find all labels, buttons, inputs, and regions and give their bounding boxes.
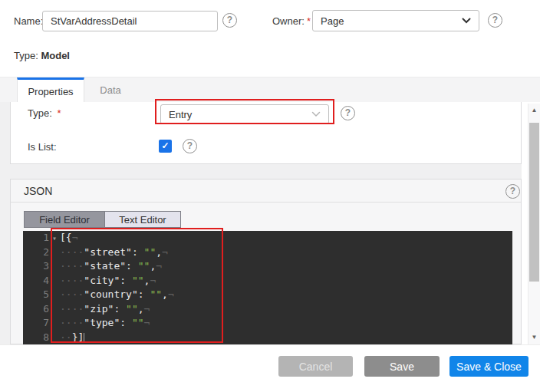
type-select[interactable]: Entry xyxy=(160,104,329,124)
code-line: 3····"state": "",¬ xyxy=(23,259,512,274)
type-select-value: Entry xyxy=(169,109,192,120)
is-list-checkbox[interactable]: ✓ xyxy=(159,140,172,153)
code-lines: 1▾[{¬2····"street": "",¬3····"state": ""… xyxy=(23,231,512,344)
type-field-label-text: Type: xyxy=(28,107,52,119)
code-line: 2····"street": "",¬ xyxy=(23,245,512,260)
scroll-up-icon[interactable]: ▲ xyxy=(528,105,540,116)
properties-panel: Type: * Entry ? Is List: ✓ ? xyxy=(10,102,522,164)
owner-label: Owner:* xyxy=(272,15,311,27)
name-label-text: Name: xyxy=(14,15,43,27)
json-section-header: JSON ? xyxy=(11,180,521,203)
code-line: 1▾[{¬ xyxy=(23,231,512,245)
variable-type-label: Type: xyxy=(14,50,38,61)
code-line: 6····"zip": "",¬ xyxy=(23,302,512,317)
json-section: JSON ? Field Editor Text Editor 1▾[{¬2··… xyxy=(10,179,522,344)
editor-mode-toggle: Field Editor Text Editor xyxy=(24,211,181,228)
tab-bar: Properties Data xyxy=(0,77,540,102)
json-help-icon[interactable]: ? xyxy=(505,184,520,199)
owner-select-value: Page xyxy=(321,15,344,27)
owner-required-mark: * xyxy=(307,15,311,27)
field-editor-button[interactable]: Field Editor xyxy=(25,212,104,227)
code-line: 5····"country": "",¬ xyxy=(23,288,512,302)
type-help-icon[interactable]: ? xyxy=(341,106,355,120)
cancel-button[interactable]: Cancel xyxy=(278,356,353,377)
is-list-help-icon[interactable]: ? xyxy=(183,139,197,153)
json-section-title: JSON xyxy=(24,185,52,197)
variable-editor-dialog: Name:* ? Owner:* Page ? Type: Model Prop… xyxy=(0,0,540,392)
owner-select[interactable]: Page xyxy=(312,10,479,31)
save-and-close-button[interactable]: Save & Close xyxy=(449,356,528,377)
tab-properties[interactable]: Properties xyxy=(17,77,84,103)
tab-data[interactable]: Data xyxy=(84,77,137,103)
variable-type-value: Model xyxy=(41,50,70,61)
owner-label-text: Owner: xyxy=(272,15,305,27)
save-button[interactable]: Save xyxy=(364,356,440,377)
json-code-editor[interactable]: 1▾[{¬2····"street": "",¬3····"state": ""… xyxy=(23,231,512,344)
footer: Cancel Save Save & Close xyxy=(0,344,540,392)
owner-help-icon[interactable]: ? xyxy=(488,13,502,28)
chevron-down-icon xyxy=(311,111,321,117)
fold-arrow-icon[interactable]: ▾ xyxy=(49,232,60,246)
vertical-scrollbar: ▲ ▼ xyxy=(528,104,540,344)
is-list-label: Is List: xyxy=(28,141,57,153)
name-input[interactable] xyxy=(42,11,218,31)
text-editor-button[interactable]: Text Editor xyxy=(104,212,180,227)
type-field-label: Type: * xyxy=(28,107,61,119)
variable-type-line: Type: Model xyxy=(14,50,70,61)
type-required-mark: * xyxy=(57,107,61,119)
scroll-down-icon[interactable]: ▼ xyxy=(528,332,540,343)
scrollbar-thumb[interactable] xyxy=(529,123,539,282)
chevron-down-icon xyxy=(462,18,471,24)
code-line: 7····"type": ""¬ xyxy=(23,316,512,331)
code-line: 4····"city": "",¬ xyxy=(23,274,512,288)
name-help-icon[interactable]: ? xyxy=(222,13,237,28)
code-line: 8··}] xyxy=(23,331,512,345)
